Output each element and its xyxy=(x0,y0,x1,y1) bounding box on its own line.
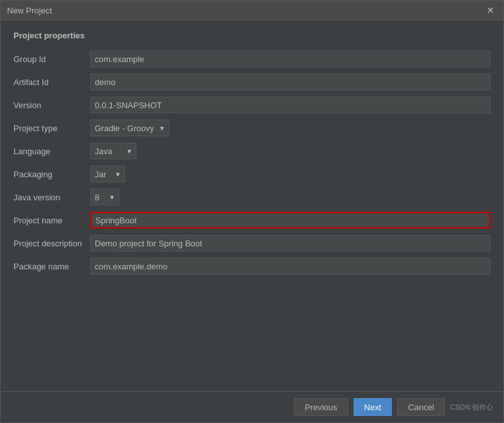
package-name-row: Package name xyxy=(13,258,491,275)
project-type-select[interactable]: Gradle - Groovy Gradle - Kotlin Maven xyxy=(95,124,165,133)
java-version-select-container: 8 11 17 21 ▼ xyxy=(90,189,119,205)
packaging-row: Packaging Jar War ▼ xyxy=(13,166,491,182)
section-title: Project properties xyxy=(13,31,491,40)
cancel-button[interactable]: Cancel xyxy=(397,398,444,416)
project-name-label: Project name xyxy=(13,216,90,225)
project-type-select-container: Gradle - Groovy Gradle - Kotlin Maven ▼ xyxy=(90,120,169,136)
project-description-row: Project description xyxy=(13,235,491,251)
version-input[interactable] xyxy=(90,97,491,113)
close-button[interactable]: ✕ xyxy=(484,4,497,16)
packaging-select-container: Jar War ▼ xyxy=(90,166,125,182)
project-name-input[interactable] xyxy=(90,212,491,228)
group-id-label: Group Id xyxy=(13,54,90,64)
language-select[interactable]: Java Kotlin Groovy xyxy=(95,147,132,156)
project-type-label: Project type xyxy=(13,124,90,133)
java-version-row: Java version 8 11 17 21 ▼ xyxy=(13,189,491,205)
watermark-text: CSDN 创作⼼ xyxy=(450,403,493,412)
java-version-label: Java version xyxy=(13,193,90,202)
previous-button[interactable]: Previous xyxy=(294,398,348,416)
project-name-row: Project name xyxy=(13,212,491,228)
package-name-label: Package name xyxy=(13,262,90,271)
artifact-id-row: Artifact Id xyxy=(13,74,491,90)
packaging-label: Packaging xyxy=(13,170,90,179)
dialog-footer: Previous Next Cancel CSDN 创作⼼ xyxy=(1,391,503,422)
language-label: Language xyxy=(13,147,90,156)
packaging-select[interactable]: Jar War xyxy=(95,170,120,179)
project-description-label: Project description xyxy=(13,239,90,248)
dialog-content: Project properties Group Id Artifact Id … xyxy=(1,20,503,391)
version-row: Version xyxy=(13,97,491,113)
language-row: Language Java Kotlin Groovy ▼ xyxy=(13,143,491,159)
package-name-input[interactable] xyxy=(90,258,491,275)
artifact-id-input[interactable] xyxy=(90,74,491,90)
group-id-row: Group Id xyxy=(13,51,491,67)
version-label: Version xyxy=(13,100,90,110)
language-select-container: Java Kotlin Groovy ▼ xyxy=(90,143,136,159)
title-bar: New Project ✕ xyxy=(1,1,503,20)
project-type-row: Project type Gradle - Groovy Gradle - Ko… xyxy=(13,120,491,136)
java-version-select[interactable]: 8 11 17 21 xyxy=(95,193,115,202)
new-project-dialog: New Project ✕ Project properties Group I… xyxy=(0,0,504,423)
artifact-id-label: Artifact Id xyxy=(13,77,90,87)
project-description-input[interactable] xyxy=(90,235,491,251)
next-button[interactable]: Next xyxy=(354,398,393,416)
group-id-input[interactable] xyxy=(90,51,491,67)
dialog-title: New Project xyxy=(7,6,52,15)
